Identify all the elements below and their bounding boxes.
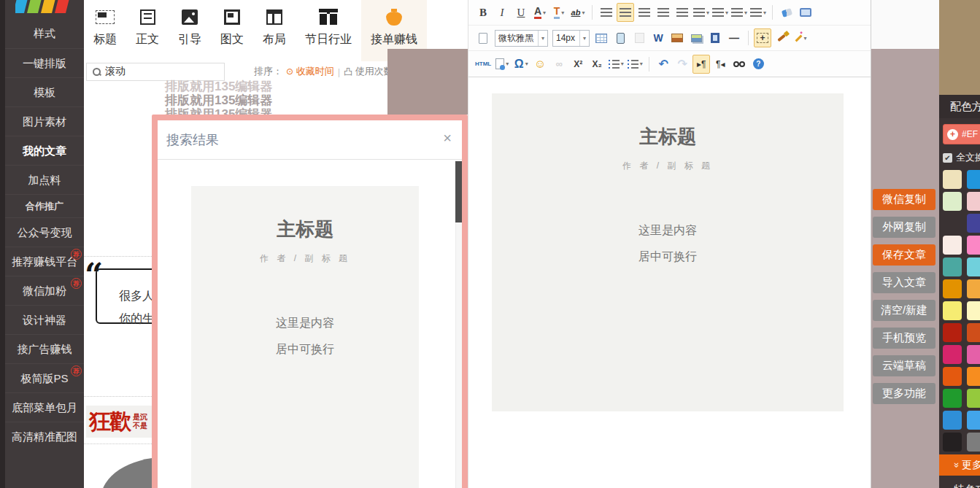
special-char-button[interactable]: Ω▾: [512, 55, 530, 74]
search-result-style-card[interactable]: 主标题 作 者 / 副 标 题 这里是内容 居中可换行: [191, 186, 419, 488]
style-search-input[interactable]: 滚动: [86, 63, 225, 81]
font-family-select[interactable]: 微软雅黑▾: [495, 30, 548, 47]
color-swatch[interactable]: [943, 367, 962, 386]
scrollbar-thumb[interactable]: [455, 161, 462, 222]
color-swatch[interactable]: [967, 236, 980, 255]
new-document-button[interactable]: [474, 28, 492, 47]
sidebar-item-my-articles[interactable]: 我的文章: [5, 136, 84, 165]
clear-new-button[interactable]: 清空/新建: [873, 300, 935, 321]
color-swatch[interactable]: [967, 301, 980, 320]
emoticon-button[interactable]: ☺: [531, 55, 549, 74]
color-swatch[interactable]: [967, 389, 980, 408]
color-swatch[interactable]: [967, 214, 980, 233]
sidebar-item-mini-ps[interactable]: 极简版PS荐: [5, 363, 84, 392]
color-swatch[interactable]: [943, 433, 962, 452]
sidebar-item-hd-images[interactable]: 高清精准配图: [5, 422, 84, 451]
italic-button[interactable]: I: [493, 3, 511, 22]
mobile-sync-button[interactable]: [611, 28, 629, 47]
sidebar-item-ad-earn[interactable]: 接广告赚钱: [5, 334, 84, 363]
sidebar-item-templates[interactable]: 模板: [5, 77, 84, 106]
sort-by-favorite-time[interactable]: ⊙ 收藏时间: [286, 65, 334, 78]
format-brush-button[interactable]: [773, 28, 790, 47]
sidebar-item-image-assets[interactable]: 图片素材: [5, 106, 84, 136]
tab-title[interactable]: 标题: [84, 0, 126, 62]
help-button[interactable]: ?: [749, 55, 767, 74]
more-colors-button[interactable]: » 更多: [939, 454, 980, 476]
remove-first-line-indent-button[interactable]: ¶◂: [711, 55, 729, 74]
insert-link-button[interactable]: ∞: [550, 55, 568, 74]
color-swatch[interactable]: [943, 345, 962, 364]
line-height-button[interactable]: ▾: [711, 3, 729, 22]
redo-button[interactable]: ↷: [674, 55, 691, 74]
checkbox-checked-icon[interactable]: ✔: [943, 153, 952, 163]
color-swatch[interactable]: [967, 411, 980, 430]
paragraph-spacing-button[interactable]: ▾: [692, 3, 710, 22]
letter-spacing-button[interactable]: ▾: [749, 3, 767, 22]
image-album-button[interactable]: [687, 28, 705, 47]
app-logo[interactable]: [15, 0, 78, 15]
text-bg-color-button[interactable]: T▾: [550, 3, 568, 22]
align-right-button[interactable]: [636, 3, 653, 22]
word-import-button[interactable]: W: [649, 28, 667, 47]
color-swatch[interactable]: [967, 192, 980, 211]
magic-wand-button[interactable]: ▾: [792, 28, 809, 47]
color-swatch[interactable]: [967, 323, 980, 342]
sidebar-item-styles[interactable]: 样式: [5, 19, 84, 48]
indent-button[interactable]: [674, 3, 691, 22]
color-swatch[interactable]: [967, 279, 980, 298]
color-swatch[interactable]: [943, 170, 962, 189]
color-swatch[interactable]: [943, 301, 962, 320]
underline-button[interactable]: U: [512, 3, 530, 22]
sidebar-item-wechat-fans[interactable]: 微信加粉荐: [5, 276, 84, 305]
color-swatch[interactable]: [943, 389, 962, 408]
insert-table-button[interactable]: [593, 28, 610, 47]
find-replace-button[interactable]: [730, 55, 748, 74]
horizontal-rule-button[interactable]: —: [725, 28, 743, 47]
cloud-draft-button[interactable]: 云端草稿: [873, 355, 935, 376]
tab-guide[interactable]: 引导: [169, 0, 211, 62]
color-swatch[interactable]: [967, 433, 980, 452]
sidebar-item-one-click-layout[interactable]: 一键排版: [5, 48, 84, 77]
save-article-button[interactable]: 保存文章: [873, 244, 935, 266]
sidebar-item-extras[interactable]: 加点料: [5, 165, 84, 194]
modal-scrollbar[interactable]: [455, 160, 462, 488]
superscript-button[interactable]: X²: [569, 55, 587, 74]
sidebar-item-earn-platforms[interactable]: 推荐赚钱平台荐: [5, 247, 84, 276]
external-copy-button[interactable]: 外网复制: [873, 217, 935, 238]
more-functions-button[interactable]: 更多功能: [873, 383, 935, 404]
font-size-select[interactable]: 14px▾: [552, 30, 590, 47]
insert-section-button[interactable]: +: [754, 28, 771, 47]
line-spacing-button[interactable]: ▾: [730, 3, 748, 22]
color-swatch[interactable]: [967, 170, 980, 189]
ordered-list-button[interactable]: ▾: [607, 55, 625, 74]
sidebar-item-account-monetize[interactable]: 公众号变现: [5, 217, 84, 247]
color-swatch[interactable]: [943, 279, 962, 298]
tab-imgtext[interactable]: 图文: [211, 0, 253, 62]
color-swatch[interactable]: [967, 345, 980, 364]
add-color-button[interactable]: + #EF: [943, 124, 980, 144]
unordered-list-button[interactable]: ▾: [626, 55, 644, 74]
page-properties-button[interactable]: ▾: [493, 55, 511, 74]
html-source-button[interactable]: HTML: [474, 55, 492, 74]
sidebar-item-partner-promo[interactable]: 合作推广: [5, 194, 84, 217]
paste-word-button[interactable]: [630, 28, 648, 47]
fullscreen-button[interactable]: [797, 3, 814, 22]
bold-button[interactable]: B: [474, 3, 492, 22]
font-color-button[interactable]: A▾: [531, 3, 549, 22]
sort-by-use-count[interactable]: 凸 使用次数: [344, 65, 393, 78]
color-swatch[interactable]: [943, 257, 962, 276]
sidebar-item-design-tools[interactable]: 设计神器: [5, 305, 84, 334]
align-center-button[interactable]: [617, 3, 634, 22]
subscript-button[interactable]: X₂: [588, 55, 606, 74]
color-swatch[interactable]: [967, 257, 980, 276]
tab-body[interactable]: 正文: [126, 0, 169, 62]
insert-video-button[interactable]: [706, 28, 724, 47]
undo-button[interactable]: ↶: [655, 55, 672, 74]
wechat-copy-button[interactable]: 微信复制: [873, 189, 935, 210]
color-swatch[interactable]: [943, 411, 962, 430]
color-swatch[interactable]: [943, 323, 962, 342]
mobile-preview-button[interactable]: 手机预览: [873, 328, 935, 349]
color-swatch[interactable]: [943, 236, 962, 255]
insert-image-button[interactable]: [668, 28, 686, 47]
editor-style-card[interactable]: 主标题 作 者 / 副 标 题 这里是内容 居中可换行: [492, 93, 844, 411]
